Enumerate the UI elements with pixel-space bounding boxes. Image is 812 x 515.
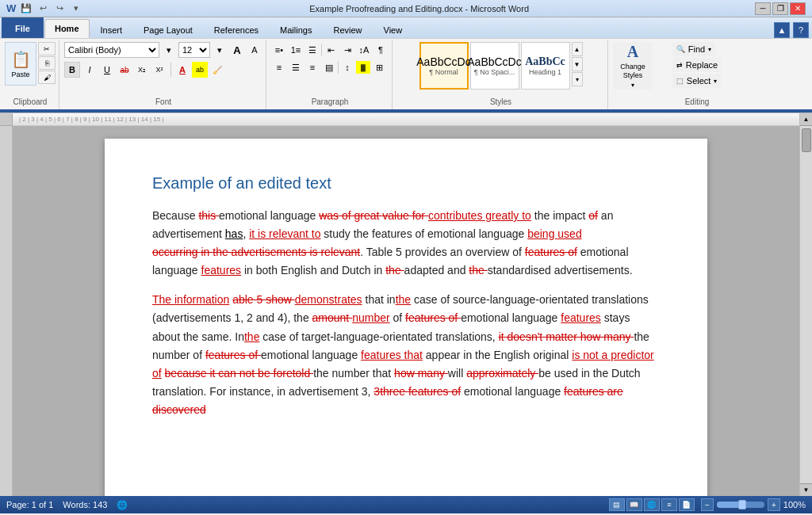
find-dropdown: ▾	[708, 46, 711, 53]
scroll-down-button[interactable]: ▼	[800, 483, 813, 496]
redo-button[interactable]: ↪	[52, 2, 67, 16]
find-button[interactable]: 🔍 Find ▾	[672, 42, 715, 56]
para-row-1: ≡• 1≡ ☰ ⇤ ⇥ ↕A ¶	[271, 42, 389, 58]
p1-s22: the	[469, 264, 487, 277]
justify-button[interactable]: ▤	[321, 59, 337, 75]
help-button[interactable]: ?	[793, 22, 809, 38]
scroll-thumb[interactable]	[802, 128, 811, 152]
copy-button[interactable]: ⎘	[38, 56, 56, 70]
p2-s23: features of	[205, 349, 261, 361]
zoom-in-button[interactable]: +	[768, 498, 780, 511]
style-heading1[interactable]: AaBbCc Heading 1	[521, 42, 570, 90]
outline-button[interactable]: ≡	[661, 498, 677, 511]
align-right-button[interactable]: ≡	[304, 59, 320, 75]
bullets-button[interactable]: ≡•	[271, 42, 287, 58]
style-normal[interactable]: AaBbCcDc ¶ Normal	[419, 42, 469, 90]
p1-s12: study the features of emotional language	[320, 227, 527, 240]
change-styles-button[interactable]: A ChangeStyles ▾	[613, 42, 653, 90]
p1-s16: features of	[525, 246, 577, 258]
minimize-button[interactable]: ─	[755, 2, 771, 15]
paste-button[interactable]: 📋 Paste	[5, 42, 36, 86]
borders-button[interactable]: ⊞	[371, 59, 387, 75]
zoom-slider-thumb[interactable]	[738, 500, 746, 509]
replace-button[interactable]: ⇄ Replace	[672, 58, 722, 72]
highlight-button[interactable]: ab	[192, 62, 208, 78]
p2-s29: because it can not be foretold	[165, 367, 314, 380]
styles-group: AaBbCcDc ¶ Normal AaBbCcDc ¶ No Spaci...…	[394, 40, 608, 109]
bold-button[interactable]: B	[64, 62, 80, 78]
full-reading-button[interactable]: 📖	[626, 498, 642, 511]
styles-scroll-down[interactable]: ▼	[572, 57, 583, 71]
quick-access-dropdown[interactable]: ▾	[69, 2, 83, 16]
tab-home[interactable]: Home	[44, 19, 90, 38]
font-size-select[interactable]: 12	[178, 42, 210, 58]
tab-references[interactable]: References	[204, 21, 269, 38]
restore-button[interactable]: ❐	[772, 2, 788, 15]
draft-button[interactable]: 📄	[679, 498, 695, 511]
sort-button[interactable]: ↕A	[356, 42, 372, 58]
p2-s32: will	[448, 367, 466, 380]
cut-button[interactable]: ✂	[38, 42, 56, 55]
save-button[interactable]: 💾	[19, 2, 33, 16]
subscript-button[interactable]: X₂	[134, 62, 150, 78]
page-indicator: Page: 1 of 1	[6, 500, 53, 509]
style-no-spacing-text: AaBbCcDc	[467, 55, 521, 68]
p1-s18: features	[201, 264, 242, 277]
zoom-controls: − + 100%	[701, 498, 806, 511]
format-painter-button[interactable]: 🖌	[38, 71, 56, 84]
text-color-button[interactable]: A	[174, 62, 190, 78]
tab-insert[interactable]: Insert	[90, 21, 133, 38]
web-layout-button[interactable]: 🌐	[644, 498, 660, 511]
align-center-button[interactable]: ☰	[288, 59, 304, 75]
increase-font-button[interactable]: A	[229, 42, 245, 58]
styles-more[interactable]: ▾	[572, 72, 583, 86]
tab-mailings[interactable]: Mailings	[270, 21, 322, 38]
tab-view[interactable]: View	[373, 21, 413, 38]
style-no-spacing[interactable]: AaBbCcDc ¶ No Spaci...	[470, 42, 519, 90]
p2-s5: that in	[362, 293, 396, 306]
zoom-out-button[interactable]: −	[701, 498, 714, 511]
strikethrough-button[interactable]: ab	[117, 62, 132, 78]
close-button[interactable]: ✕	[790, 2, 806, 15]
p2-s11: number	[352, 311, 389, 324]
p2-s14: emotional language	[461, 311, 561, 324]
change-styles-group-label: .	[632, 97, 634, 108]
paste-label: Paste	[11, 71, 29, 78]
scroll-up-button[interactable]: ▲	[800, 113, 813, 126]
decrease-indent-button[interactable]: ⇤	[323, 42, 339, 58]
p1-s20: the	[385, 264, 404, 277]
clear-format-button[interactable]: 🧹	[209, 62, 225, 78]
zoom-slider-fill	[717, 502, 741, 508]
change-styles-content: A ChangeStyles ▾	[613, 42, 653, 97]
decrease-font-button[interactable]: A	[247, 42, 262, 58]
numbering-button[interactable]: 1≡	[288, 42, 304, 58]
line-spacing-button[interactable]: ↕	[339, 59, 355, 75]
window-title: Example Proofreading and Editing.docx - …	[83, 4, 755, 13]
show-formatting-button[interactable]: ¶	[373, 42, 389, 58]
zoom-level: 100%	[783, 500, 806, 509]
undo-button[interactable]: ↩	[36, 2, 50, 16]
tab-page-layout[interactable]: Page Layout	[133, 21, 203, 38]
superscript-button[interactable]: X²	[151, 62, 167, 78]
main-column: | 2 | 3 | 4 | 5 | 6 | 7 | 8 | 9 | 10 | 1…	[13, 113, 799, 496]
increase-indent-button[interactable]: ⇥	[339, 42, 355, 58]
separator	[170, 63, 171, 77]
ribbon-minimize-button[interactable]: ▲	[774, 22, 790, 38]
tab-review[interactable]: Review	[323, 21, 372, 38]
italic-button[interactable]: I	[82, 62, 98, 78]
multilevel-list-button[interactable]: ☰	[304, 42, 320, 58]
font-name-dropdown[interactable]: ▾	[161, 42, 177, 58]
select-button[interactable]: ⬚ Select ▾	[672, 74, 722, 88]
font-size-dropdown[interactable]: ▾	[212, 42, 228, 58]
para-row-2: ≡ ☰ ≡ ▤ ↕ ▓ ⊞	[271, 59, 387, 75]
font-name-select[interactable]: Calibri (Body)	[64, 42, 159, 58]
underline-button[interactable]: U	[99, 62, 115, 78]
change-styles-label: ChangeStyles	[620, 63, 645, 80]
print-layout-button[interactable]: ▤	[609, 498, 625, 511]
tab-file[interactable]: File	[2, 17, 44, 38]
styles-scroll-up[interactable]: ▲	[572, 42, 583, 56]
align-left-button[interactable]: ≡	[271, 59, 287, 75]
document-scroll-area[interactable]: Example of an edited text Because this e…	[13, 126, 799, 496]
select-label: Select	[687, 76, 711, 86]
shading-button[interactable]: ▓	[356, 61, 370, 74]
